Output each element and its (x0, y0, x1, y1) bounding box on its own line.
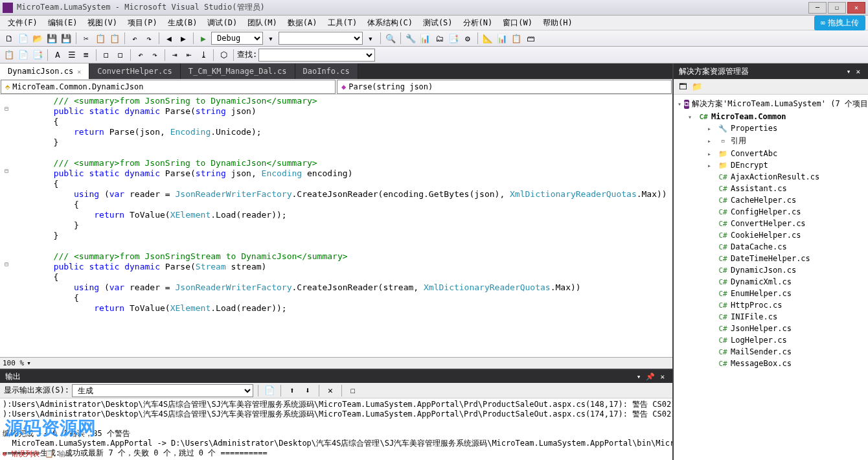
tree-node[interactable]: C#ConfigHelper.cs (675, 206, 867, 218)
tool-icon[interactable]: ◻ (114, 49, 127, 62)
tree-node[interactable]: ▾C#MicroTeam.Common (675, 111, 867, 122)
tool-icon[interactable]: 📊 (418, 32, 431, 45)
close-button[interactable]: ✕ (847, 2, 865, 14)
tree-node[interactable]: C#HttpProc.cs (675, 299, 867, 311)
wrap-icon[interactable]: ☐ (347, 384, 360, 397)
pin-icon[interactable]: 📌 (646, 373, 655, 381)
tool-icon[interactable]: 📐 (481, 32, 494, 45)
document-tab[interactable]: ConvertHelper.cs (89, 63, 181, 79)
save-icon[interactable]: 💾 (45, 32, 58, 45)
tree-node[interactable]: C#DateTimeHelper.cs (675, 253, 867, 264)
config-combo[interactable]: Debug (211, 32, 263, 45)
solution-tree[interactable]: ▾⧉解决方案'MicroTeam.LumaSystem' (7 个项目)▾C#M… (674, 95, 868, 460)
upload-button[interactable]: ∞拖拽上传 (814, 16, 865, 30)
platform-combo[interactable] (279, 32, 363, 45)
tree-node[interactable]: C#AjaxActionResult.cs (675, 171, 867, 183)
menu-item[interactable]: 数据(A) (282, 16, 323, 30)
document-tab[interactable]: DaoInfo.cs (295, 63, 358, 79)
maximize-button[interactable]: ☐ (828, 2, 846, 14)
zoom-level[interactable]: 100 % (3, 359, 24, 367)
output-source-combo[interactable]: 生成 (72, 384, 253, 397)
output-content[interactable]: ):Users\Administrator\Desktop\汽车4S店综合管理\… (0, 398, 672, 460)
tree-node[interactable]: C#DynamicXml.cs (675, 276, 867, 288)
tree-node[interactable]: C#CacheHelper.cs (675, 194, 867, 206)
menu-item[interactable]: 工具(T) (323, 16, 363, 30)
document-tab[interactable]: T_Cm_KM_Manage_Dal.cs (181, 63, 295, 79)
undo-icon[interactable]: ↶ (128, 32, 141, 45)
code-editor[interactable]: ⊟⊟⊟ /// <summary>from JsonSring to Dynam… (0, 95, 672, 357)
tree-node[interactable]: C#DataCache.cs (675, 241, 867, 253)
close-icon[interactable]: ✕ (660, 373, 665, 381)
menu-item[interactable]: 体系结构(C) (362, 16, 418, 30)
menu-item[interactable]: 编辑(E) (43, 16, 83, 30)
tool-icon[interactable]: ◻ (100, 49, 113, 62)
tool-icon[interactable]: 📑 (31, 49, 44, 62)
menu-item[interactable]: 视图(V) (82, 16, 122, 30)
tool-icon[interactable]: 🗂 (433, 32, 446, 45)
menu-item[interactable]: 测试(S) (418, 16, 458, 30)
nav-back-icon[interactable]: ◀ (163, 32, 176, 45)
tool-icon[interactable]: ⚙ (461, 32, 474, 45)
tree-node[interactable]: C#Assistant.cs (675, 183, 867, 194)
tree-node[interactable]: C#INIFile.cs (675, 311, 867, 323)
tool-icon[interactable]: 📄 (17, 49, 30, 62)
status-tab[interactable]: ⊗ 错误列表 (3, 449, 40, 459)
tool-icon[interactable]: 📋 (3, 49, 16, 62)
tree-node[interactable]: ▸📁DEncrypt (675, 159, 867, 171)
document-tab[interactable]: DynamicJson.cs✕ (0, 63, 89, 79)
undo-icon[interactable]: ↶ (134, 49, 147, 62)
save-all-icon[interactable]: 💾 (60, 32, 73, 45)
tool-icon[interactable]: ≡ (80, 49, 93, 62)
redo-icon[interactable]: ↷ (143, 32, 155, 45)
new-project-icon[interactable]: 🗋 (3, 32, 16, 45)
step-icon[interactable]: ⇤ (183, 49, 196, 62)
open-icon[interactable]: 📂 (31, 32, 44, 45)
tool-icon[interactable]: 📋 (510, 32, 523, 45)
cut-icon[interactable]: ✂ (80, 32, 93, 45)
menu-item[interactable]: 帮助(H) (538, 16, 578, 30)
tool-icon[interactable]: 🔧 (404, 32, 417, 45)
start-icon[interactable]: ▶ (197, 32, 210, 45)
tree-node[interactable]: ▾⧉解决方案'MicroTeam.LumaSystem' (7 个项目) (675, 97, 867, 111)
paste-icon[interactable]: 📋 (108, 32, 121, 45)
dropdown-icon[interactable]: ▾ (364, 32, 377, 45)
dropdown-icon[interactable]: ▾ (264, 32, 277, 45)
minimize-button[interactable]: ─ (808, 2, 827, 14)
properties-icon[interactable]: 🗔 (676, 80, 689, 93)
tree-node[interactable]: ▸🔧Properties (675, 122, 867, 134)
tree-node[interactable]: C#LogHelper.cs (675, 334, 867, 346)
tree-node[interactable]: C#EnumHelper.cs (675, 288, 867, 299)
hex-icon[interactable]: ⬡ (217, 49, 230, 62)
tool-icon[interactable]: A (51, 49, 64, 62)
tree-node[interactable]: ▸▫引用 (675, 134, 867, 148)
step-icon[interactable]: ⤓ (197, 49, 210, 62)
copy-icon[interactable]: 📋 (94, 32, 107, 45)
class-navigator[interactable]: ⬘MicroTeam.Common.DynamicJson (1, 80, 336, 94)
status-tab[interactable]: 📋 输出 (45, 449, 73, 459)
tree-node[interactable]: C#JsonHelper.cs (675, 323, 867, 334)
outline-margin[interactable]: ⊟⊟⊟ (0, 95, 13, 357)
close-icon[interactable]: ✕ (77, 68, 81, 75)
tool-icon[interactable]: 📊 (496, 32, 508, 45)
tool-icon[interactable]: 📑 (447, 32, 460, 45)
member-navigator[interactable]: ◆Parse(string json) (337, 80, 672, 94)
tree-node[interactable]: C#ConvertHelper.cs (675, 218, 867, 229)
menu-item[interactable]: 团队(M) (242, 16, 282, 30)
dropdown-icon[interactable]: ▾ (847, 67, 851, 76)
goto-icon[interactable]: 📄 (263, 384, 276, 397)
add-item-icon[interactable]: 📄 (17, 32, 30, 45)
find-combo[interactable] (258, 49, 375, 62)
find-icon[interactable]: 🔍 (384, 32, 397, 45)
redo-icon[interactable]: ↷ (148, 49, 161, 62)
nav-fwd-icon[interactable]: ▶ (177, 32, 190, 45)
dropdown-icon[interactable]: ▾ (637, 373, 641, 381)
menu-item[interactable]: 窗口(W) (497, 16, 538, 30)
next-icon[interactable]: ⬇ (301, 384, 314, 397)
tree-node[interactable]: ▸📁ConvertAbc (675, 148, 867, 159)
menu-item[interactable]: 调试(D) (202, 16, 242, 30)
tree-node[interactable]: C#MailSender.cs (675, 346, 867, 358)
prev-icon[interactable]: ⬆ (286, 384, 299, 397)
tool-icon[interactable]: 🗃 (524, 32, 537, 45)
tree-node[interactable]: C#CookieHelper.cs (675, 229, 867, 241)
tree-node[interactable]: C#MessageBox.cs (675, 358, 867, 369)
